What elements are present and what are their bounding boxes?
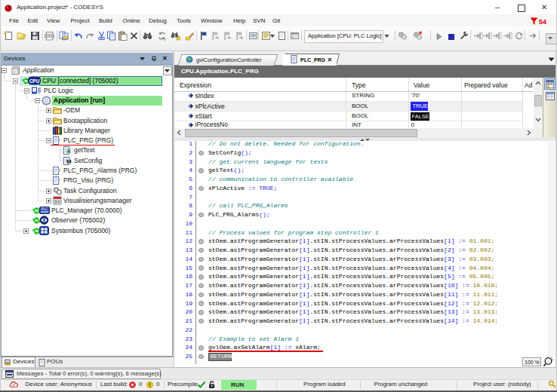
svg-text:PLC: PLC (42, 207, 49, 211)
svg-text:A: A (66, 148, 71, 154)
svg-text:CPU: CPU (29, 78, 40, 84)
svg-text:s: s (164, 37, 166, 41)
svg-text:M: M (66, 158, 72, 164)
